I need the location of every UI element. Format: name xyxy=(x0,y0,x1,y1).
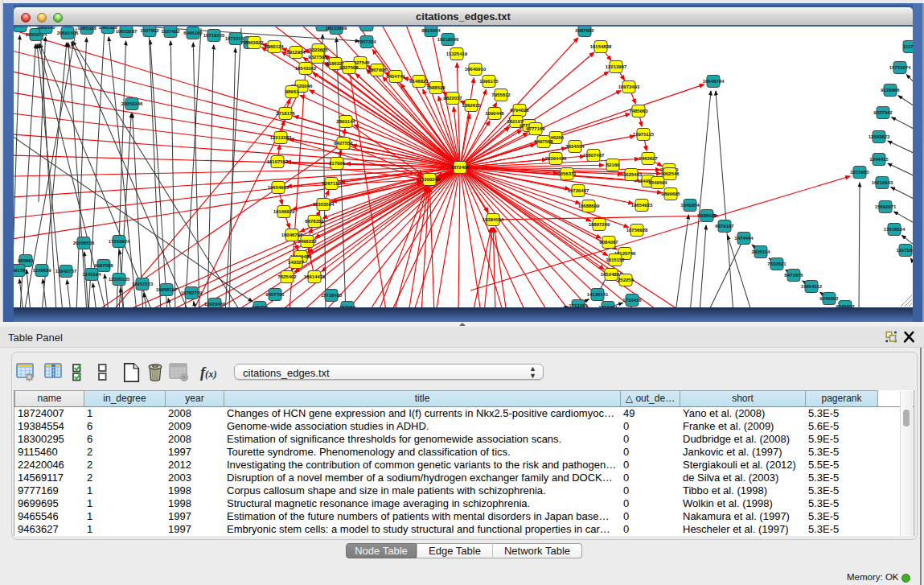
svg-text:1527602: 1527602 xyxy=(161,29,180,34)
svg-text:10653287: 10653287 xyxy=(116,29,138,34)
svg-text:252254: 252254 xyxy=(618,278,634,282)
svg-text:15751074: 15751074 xyxy=(889,65,911,70)
svg-text:5938923: 5938923 xyxy=(697,213,717,218)
svg-text:2867608: 2867608 xyxy=(368,68,387,72)
svg-text:7625402: 7625402 xyxy=(277,274,297,279)
svg-text:98961: 98961 xyxy=(285,89,299,94)
svg-text:1244415: 1244415 xyxy=(869,157,889,162)
svg-text:8471676: 8471676 xyxy=(784,273,803,278)
svg-text:157164: 157164 xyxy=(339,305,356,307)
svg-text:19654923: 19654923 xyxy=(631,203,653,208)
svg-text:10654112: 10654112 xyxy=(801,284,823,289)
svg-text:9327508: 9327508 xyxy=(339,65,359,70)
svg-text:945779: 945779 xyxy=(252,305,269,307)
svg-text:8813054: 8813054 xyxy=(421,28,441,33)
svg-text:11173: 11173 xyxy=(903,44,913,49)
svg-text:10807487: 10807487 xyxy=(583,153,605,158)
svg-text:62160: 62160 xyxy=(606,163,620,167)
svg-text:9129966: 9129966 xyxy=(881,88,900,93)
svg-text:1615152: 1615152 xyxy=(606,257,625,262)
svg-text:10958107: 10958107 xyxy=(156,287,178,292)
svg-text:10107557: 10107557 xyxy=(267,159,289,164)
svg-text:12353594: 12353594 xyxy=(313,202,335,207)
svg-text:20364436: 20364436 xyxy=(545,156,567,161)
svg-text:7485063: 7485063 xyxy=(629,109,648,113)
svg-text:16782759: 16782759 xyxy=(181,290,203,295)
svg-text:12942757: 12942757 xyxy=(55,269,77,274)
svg-text:9084067: 9084067 xyxy=(599,240,618,245)
svg-text:9227342: 9227342 xyxy=(873,110,893,115)
svg-text:10025463: 10025463 xyxy=(621,172,643,177)
svg-text:16154838: 16154838 xyxy=(590,44,612,49)
svg-text:1640954: 1640954 xyxy=(680,203,700,208)
svg-text:16046798: 16046798 xyxy=(281,233,303,237)
svg-text:7632621: 7632621 xyxy=(767,262,786,266)
svg-text:1002546: 1002546 xyxy=(660,171,680,176)
svg-text:12505135: 12505135 xyxy=(109,277,130,282)
svg-text:1167534: 1167534 xyxy=(896,248,913,253)
svg-text:2803144: 2803144 xyxy=(336,119,355,124)
svg-text:12093823: 12093823 xyxy=(869,134,890,139)
svg-text:12213967: 12213967 xyxy=(606,64,627,69)
svg-text:3498222: 3498222 xyxy=(298,239,317,244)
svg-text:1713364: 1713364 xyxy=(569,303,588,307)
svg-text:7955812: 7955812 xyxy=(491,93,511,97)
svg-text:20206536: 20206536 xyxy=(73,241,95,245)
svg-text:20553724: 20553724 xyxy=(14,27,31,28)
svg-text:16543362: 16543362 xyxy=(295,66,317,71)
svg-text:7857224: 7857224 xyxy=(357,39,376,44)
svg-text:16210643: 16210643 xyxy=(872,180,893,185)
svg-text:10756928: 10756928 xyxy=(626,228,648,233)
svg-text:1588520: 1588520 xyxy=(426,85,446,90)
svg-text:2087682: 2087682 xyxy=(575,28,594,33)
svg-text:15300243: 15300243 xyxy=(419,177,441,182)
svg-text:19166829: 19166829 xyxy=(273,209,295,214)
svg-text:8454749: 8454749 xyxy=(386,74,405,79)
svg-text:9777169: 9777169 xyxy=(526,126,545,131)
svg-text:1145194: 1145194 xyxy=(82,272,101,277)
svg-text:1527602: 1527602 xyxy=(140,28,159,33)
svg-text:9899695: 9899695 xyxy=(661,192,680,196)
svg-text:16914479: 16914479 xyxy=(304,274,326,279)
svg-text:15716485: 15716485 xyxy=(321,293,343,298)
svg-text:985061: 985061 xyxy=(18,258,35,263)
svg-text:10973493: 10973493 xyxy=(618,84,640,89)
svg-text:19218506: 19218506 xyxy=(437,37,459,42)
svg-text:3215955: 3215955 xyxy=(850,170,869,175)
svg-text:12923466: 12923466 xyxy=(204,302,226,307)
svg-text:6794028: 6794028 xyxy=(510,108,529,113)
svg-text:8267110: 8267110 xyxy=(322,181,341,186)
svg-text:12975115: 12975115 xyxy=(633,132,655,137)
svg-text:20691406: 20691406 xyxy=(57,31,79,35)
svg-text:1156829: 1156829 xyxy=(32,268,51,273)
svg-text:15720407: 15720407 xyxy=(568,188,589,193)
svg-text:1733426: 1733426 xyxy=(622,298,642,303)
svg-text:1872400: 1872400 xyxy=(450,165,470,170)
svg-text:7663822: 7663822 xyxy=(244,40,264,45)
svg-text:16648784: 16648784 xyxy=(703,79,725,84)
svg-text:1474444: 1474444 xyxy=(734,236,754,241)
svg-text:9245652: 9245652 xyxy=(836,304,855,307)
svg-text:7056371: 7056371 xyxy=(557,171,577,176)
svg-text:8678352: 8678352 xyxy=(305,219,324,224)
svg-text:15692971: 15692971 xyxy=(875,204,897,209)
svg-text:3624554: 3624554 xyxy=(565,144,585,149)
svg-text:6466160: 6466160 xyxy=(183,31,203,35)
svg-text:8960124: 8960124 xyxy=(265,44,284,49)
svg-text:1090448: 1090448 xyxy=(485,111,504,116)
svg-text:10719155: 10719155 xyxy=(203,33,225,38)
svg-text:17016504: 17016504 xyxy=(884,227,906,232)
svg-text:317006: 317006 xyxy=(329,161,346,166)
svg-text:9997588: 9997588 xyxy=(94,263,113,268)
svg-text:19654925: 19654925 xyxy=(268,185,290,190)
svg-text:17957223: 17957223 xyxy=(132,282,154,286)
svg-text:10688609: 10688609 xyxy=(578,204,600,208)
svg-text:14136141: 14136141 xyxy=(587,292,609,297)
svg-text:19384554: 19384554 xyxy=(483,217,504,222)
svg-text:9822037: 9822037 xyxy=(443,96,462,101)
svg-text:16640910: 16640910 xyxy=(465,67,487,72)
svg-text:2935114: 2935114 xyxy=(751,249,770,254)
svg-text:6879197: 6879197 xyxy=(715,224,734,229)
svg-text:9327506: 9327506 xyxy=(308,55,327,60)
svg-text:39159: 39159 xyxy=(14,268,26,273)
